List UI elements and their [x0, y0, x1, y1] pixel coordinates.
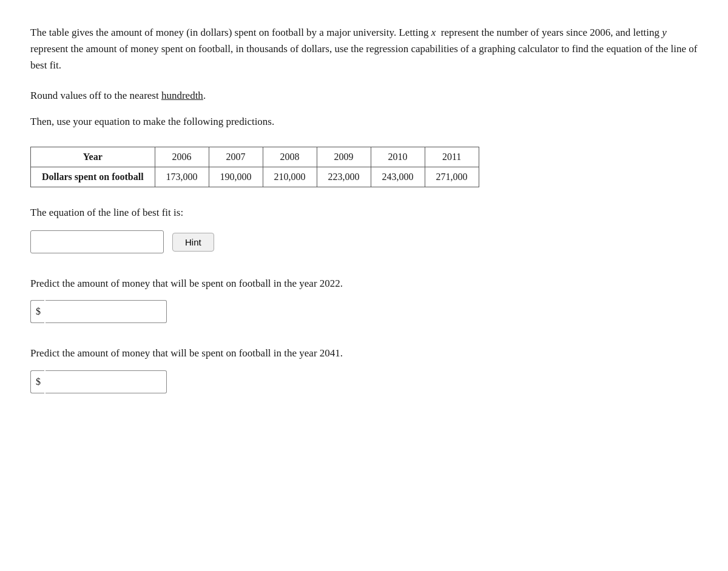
predict-2041-input-row: $: [30, 370, 698, 393]
equation-label: The equation of the line of best fit is:: [30, 204, 698, 221]
round-values-period: .: [203, 90, 206, 101]
predict-2041-input[interactable]: [46, 370, 167, 393]
predict-2022-text: Predict the amount of money that will be…: [30, 275, 698, 292]
round-values-suffix: to the nearest: [101, 90, 161, 101]
round-values-toggle: off: [89, 90, 101, 101]
predict-2041-text: Predict the amount of money that will be…: [30, 345, 698, 361]
equation-input[interactable]: [30, 230, 164, 253]
then-line: Then, use your equation to make the foll…: [30, 113, 698, 130]
intro-paragraph: The table gives the amount of money (in …: [30, 24, 698, 74]
table-year-header: Year: [31, 147, 155, 167]
predict-2022-input-row: $: [30, 300, 698, 323]
round-values-line: Round values off to the nearest hundredt…: [30, 87, 698, 104]
predict-2041-dollar-sign: $: [30, 370, 44, 393]
table-val-2006: 173,000: [155, 167, 209, 187]
predict-2022-dollar-sign: $: [30, 300, 44, 323]
table-year-2008: 2008: [263, 147, 317, 167]
table-year-2007: 2007: [209, 147, 263, 167]
table-val-2008: 210,000: [263, 167, 317, 187]
table-year-2011: 2011: [425, 147, 479, 167]
table-val-2010: 243,000: [371, 167, 425, 187]
x-variable: x: [431, 27, 436, 38]
round-values-unit: hundredth: [161, 90, 203, 101]
table-year-2006: 2006: [155, 147, 209, 167]
round-values-prefix: Round values: [30, 90, 89, 101]
equation-input-row: Hint: [30, 230, 698, 253]
y-variable: y: [662, 27, 667, 38]
predict-2022-section: Predict the amount of money that will be…: [30, 275, 698, 323]
predict-2022-input[interactable]: [46, 300, 167, 323]
table-dollars-header: Dollars spent on football: [31, 167, 155, 187]
table-year-2009: 2009: [317, 147, 371, 167]
table-val-2007: 190,000: [209, 167, 263, 187]
table-year-2010: 2010: [371, 147, 425, 167]
table-val-2011: 271,000: [425, 167, 479, 187]
table-val-2009: 223,000: [317, 167, 371, 187]
hint-button[interactable]: Hint: [172, 233, 214, 252]
predict-2041-section: Predict the amount of money that will be…: [30, 345, 698, 393]
data-table: Year 2006 2007 2008 2009 2010 2011 Dolla…: [30, 147, 479, 187]
